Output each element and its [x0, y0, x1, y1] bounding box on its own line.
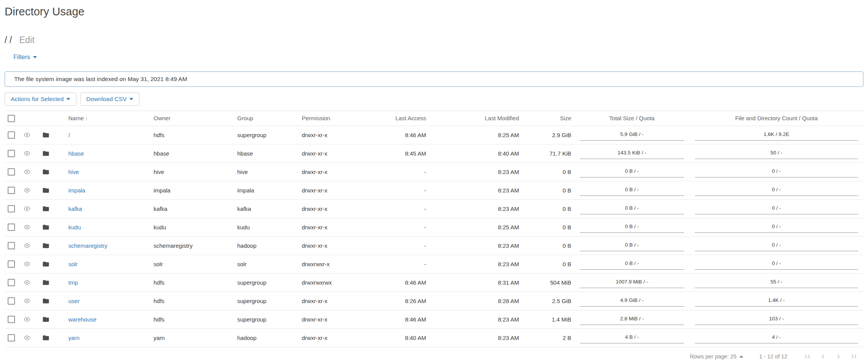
preview-eye-icon[interactable]: [24, 298, 30, 304]
header-permission[interactable]: Permission: [299, 111, 375, 126]
count-quota-value: 1.4K / -: [768, 297, 785, 303]
preview-eye-icon[interactable]: [24, 224, 30, 230]
last-page-icon[interactable]: [850, 352, 858, 361]
folder-icon: [42, 297, 50, 305]
preview-eye-icon[interactable]: [24, 261, 30, 267]
row-checkbox[interactable]: [8, 187, 15, 194]
header-last-access[interactable]: Last Access: [375, 111, 429, 126]
folder-icon: [42, 242, 50, 249]
directory-link[interactable]: hbase: [68, 150, 84, 157]
permission-cell: drwxr-xr-x: [299, 162, 375, 181]
total-size-quota-bar: 0 B / -: [580, 168, 684, 177]
next-page-icon[interactable]: [834, 352, 843, 361]
filters-toggle[interactable]: Filters: [13, 54, 37, 61]
folder-icon: [42, 168, 50, 176]
caret-up-icon: [739, 355, 743, 358]
count-quota-bar: 1.6K / 9.2E: [695, 131, 858, 141]
directory-link[interactable]: warehouse: [68, 316, 96, 323]
directory-link[interactable]: kudu: [68, 224, 81, 230]
last-access-cell: -: [375, 218, 429, 236]
toolbar: Actions for Selected Download CSV: [5, 93, 863, 106]
pagination-range: 1 - 12 of 12: [759, 353, 787, 360]
download-csv-button[interactable]: Download CSV: [80, 93, 139, 106]
size-cell: 71.7 KiB: [522, 144, 574, 162]
header-total-size-quota[interactable]: Total Size / Quota: [574, 111, 689, 126]
table-row: impala impala impala drwxr-xr-x - 8:23 A…: [5, 181, 863, 199]
count-quota-value: 0 / -: [772, 205, 781, 211]
directory-link[interactable]: yarn: [68, 335, 79, 341]
count-quota-value: 0 / -: [772, 187, 781, 192]
last-modified-cell: 8:23 AM: [429, 328, 522, 347]
group-cell: supergroup: [234, 310, 299, 328]
count-quota-bar: 0 / -: [695, 224, 858, 233]
directory-link[interactable]: user: [68, 298, 79, 304]
rows-per-page-select[interactable]: Rows per page: 25: [690, 353, 743, 360]
directory-link[interactable]: kafka: [68, 206, 82, 212]
directory-link[interactable]: schemaregistry: [68, 242, 107, 249]
header-last-modified[interactable]: Last Modified: [429, 111, 522, 126]
row-checkbox[interactable]: [8, 260, 15, 268]
edit-link[interactable]: Edit: [19, 35, 35, 45]
actions-button-label: Actions for Selected: [11, 96, 64, 103]
preview-eye-icon[interactable]: [24, 132, 30, 138]
last-access-cell: 8:46 AM: [375, 273, 429, 292]
rows-per-page-label: Rows per page:: [690, 353, 729, 360]
preview-eye-icon[interactable]: [24, 316, 30, 323]
preview-eye-icon[interactable]: [24, 206, 30, 212]
header-count-quota[interactable]: File and Directory Count / Quota: [689, 111, 863, 126]
total-size-quota-bar: 4.9 GiB / -: [580, 297, 684, 307]
folder-icon: [42, 279, 50, 286]
count-quota-bar: 0 / -: [695, 205, 858, 214]
directory-link[interactable]: /: [68, 132, 70, 138]
count-quota-bar: 0 / -: [695, 187, 858, 196]
preview-eye-icon[interactable]: [24, 187, 30, 194]
preview-eye-icon[interactable]: [24, 335, 30, 341]
group-cell: solr: [234, 255, 299, 273]
group-cell: impala: [234, 181, 299, 199]
permission-cell: drwxr-xr-x: [299, 126, 375, 144]
previous-page-icon[interactable]: [819, 352, 827, 361]
total-size-quota-value: 143.5 KiB / -: [618, 150, 646, 156]
first-page-icon[interactable]: [804, 352, 812, 361]
header-name[interactable]: Name↑: [65, 111, 150, 126]
last-modified-cell: 8:23 AM: [429, 181, 522, 199]
group-cell: hive: [234, 162, 299, 181]
preview-eye-icon[interactable]: [24, 242, 30, 249]
header-owner[interactable]: Owner: [150, 111, 234, 126]
select-all-checkbox[interactable]: [8, 115, 15, 122]
total-size-quota-value: 0 B / -: [625, 260, 639, 266]
header-group[interactable]: Group: [234, 111, 299, 126]
preview-eye-icon[interactable]: [24, 169, 30, 175]
directory-link[interactable]: solr: [68, 261, 78, 267]
row-checkbox[interactable]: [8, 316, 15, 323]
folder-icon: [42, 334, 50, 341]
permission-cell: drwxrwxr-x: [299, 255, 375, 273]
row-checkbox[interactable]: [8, 279, 15, 286]
directory-link[interactable]: impala: [68, 187, 85, 194]
directory-link[interactable]: hive: [68, 169, 79, 175]
row-checkbox[interactable]: [8, 297, 15, 305]
preview-eye-icon[interactable]: [24, 279, 30, 286]
count-quota-value: 55 / -: [770, 279, 782, 285]
preview-eye-icon[interactable]: [24, 150, 30, 157]
row-checkbox[interactable]: [8, 334, 15, 341]
table-row: yarn yarn hadoop drwxr-xr-x 8:40 AM 8:23…: [5, 328, 863, 347]
filters-label: Filters: [13, 54, 30, 61]
row-checkbox[interactable]: [8, 205, 15, 212]
breadcrumb-path[interactable]: / /: [5, 35, 12, 45]
last-modified-cell: 8:23 AM: [429, 255, 522, 273]
row-checkbox[interactable]: [8, 224, 15, 231]
row-checkbox[interactable]: [8, 242, 15, 249]
size-cell: 504 MiB: [522, 273, 574, 292]
directory-usage-page: Directory Usage / / Edit Filters The fil…: [0, 0, 868, 363]
row-checkbox[interactable]: [8, 131, 15, 139]
permission-cell: drwxr-xr-x: [299, 310, 375, 328]
header-size[interactable]: Size: [522, 111, 574, 126]
row-checkbox[interactable]: [8, 150, 15, 157]
size-cell: 2.9 GiB: [522, 126, 574, 144]
actions-for-selected-button[interactable]: Actions for Selected: [5, 93, 76, 106]
last-modified-cell: 8:28 AM: [429, 292, 522, 310]
group-cell: kudu: [234, 218, 299, 236]
directory-link[interactable]: tmp: [68, 279, 78, 286]
row-checkbox[interactable]: [8, 168, 15, 176]
